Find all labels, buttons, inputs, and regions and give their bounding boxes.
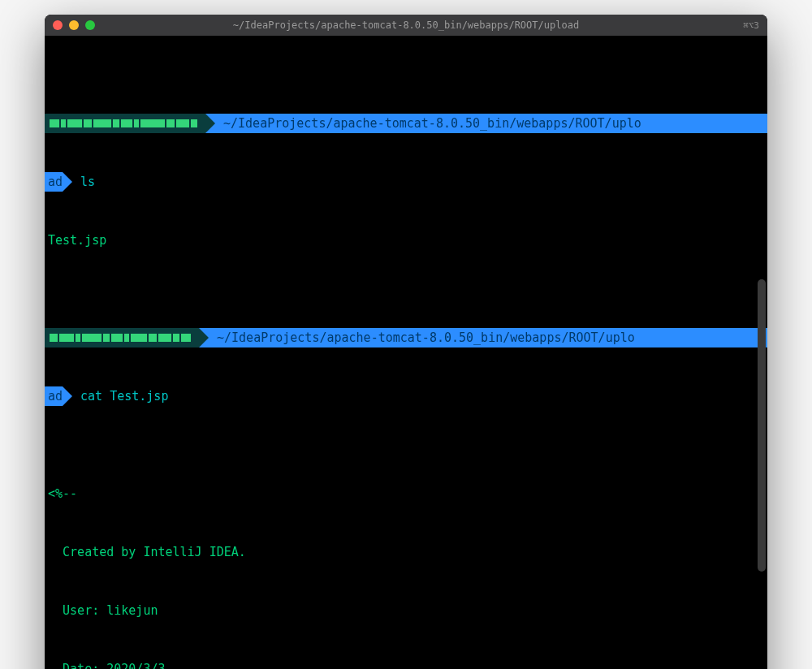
window-titlebar: ~/IdeaProjects/apache-tomcat-8.0.50_bin/… [45,15,767,36]
terminal-body[interactable]: ~/IdeaProjects/apache-tomcat-8.0.50_bin/… [45,36,767,669]
file-line: User: likejun [45,601,767,620]
prompt-path-segment: ~/IdeaProjects/apache-tomcat-8.0.50_bin/… [199,328,767,347]
prompt-user-segment [45,114,205,133]
terminal-window: ~/IdeaProjects/apache-tomcat-8.0.50_bin/… [45,15,767,669]
prompt-path-wrap: ad [45,386,63,406]
redacted-user [50,334,191,342]
prompt-line: ~/IdeaProjects/apache-tomcat-8.0.50_bin/… [45,328,767,347]
prompt-path-wrap: ad [45,172,63,192]
file-line: <%-- [45,484,767,503]
prompt-line: ~/IdeaProjects/apache-tomcat-8.0.50_bin/… [45,114,767,133]
file-line: Created by IntelliJ IDEA. [45,542,767,562]
window-shortcut-hint: ⌘⌥3 [743,20,759,31]
prompt-wrap-line: ad cat Test.jsp [45,386,767,406]
output-line: Test.jsp [45,231,767,250]
prompt-wrap-line: ad ls [45,172,767,192]
minimize-icon[interactable] [69,20,79,30]
scrollbar-thumb[interactable] [758,279,766,572]
maximize-icon[interactable] [85,20,95,30]
close-icon[interactable] [53,20,63,30]
prompt-path-segment: ~/IdeaProjects/apache-tomcat-8.0.50_bin/… [205,114,767,133]
redacted-user [50,119,197,127]
prompt-user-segment [45,328,199,347]
window-title: ~/IdeaProjects/apache-tomcat-8.0.50_bin/… [233,19,579,31]
file-line: Date: 2020/3/3 [45,659,767,669]
command-cat: cat Test.jsp [63,386,168,406]
window-controls [53,20,95,30]
